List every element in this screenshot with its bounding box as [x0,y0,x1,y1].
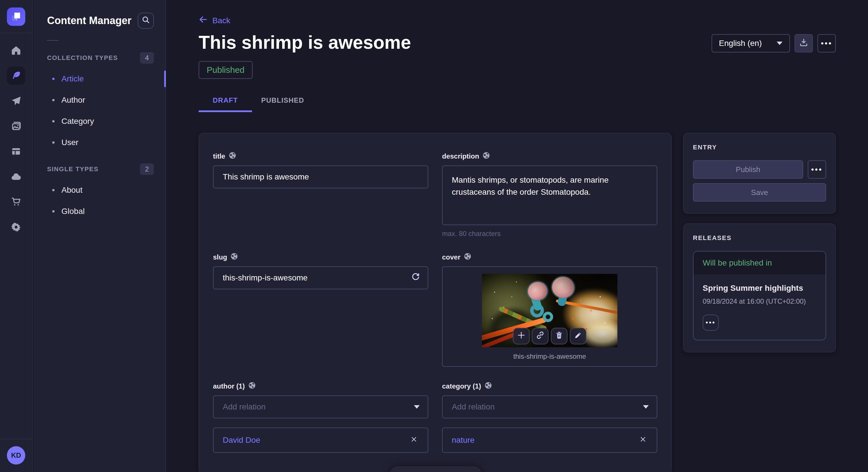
section-label: SINGLE TYPES [47,165,98,173]
cover-caption: this-shrimp-is-awesome [513,352,586,361]
chevron-down-icon [414,405,420,409]
back-link[interactable]: Back [198,15,230,26]
home-icon[interactable] [7,41,25,60]
field-description-label: description [442,152,479,160]
refresh-icon [411,272,420,283]
import-export-button[interactable] [795,34,813,53]
author-relation-link[interactable]: David Doe [223,436,260,445]
section-count-badge: 2 [140,164,154,175]
locale-select[interactable]: English (en) [712,34,790,53]
section-label: COLLECTION TYPES [47,54,118,62]
page-title: This shrimp is awesome [198,32,411,53]
back-label: Back [212,16,230,25]
description-textarea[interactable]: Mantis shrimps, or stomatopods, are mari… [442,165,657,225]
category-relation-link[interactable]: nature [452,436,474,445]
releases-panel: RELEASES Will be published in Spring Sum… [683,224,836,352]
strapi-logo-icon [7,7,25,26]
copy-link-button[interactable] [532,328,549,344]
strapi-admin-app: KD Content Manager COLLECTION TYPES 4 Ar… [0,0,868,472]
side-panels: ENTRY Publish ••• Save RELEASES Will be … [683,133,836,352]
bullet-icon [52,120,55,123]
remove-category-button[interactable] [637,434,649,446]
marketplace-cart-icon[interactable] [7,193,25,211]
save-button[interactable]: Save [693,183,826,202]
close-icon [640,436,646,445]
author-relation-select[interactable]: Add relation [213,396,428,418]
globe-icon [248,382,256,391]
bullet-icon [52,141,55,144]
more-actions-button[interactable]: ••• [817,34,836,53]
status-badge: Published [198,61,253,79]
bullet-icon [52,189,55,191]
add-media-button[interactable] [513,328,530,344]
rail-bottom: KD [0,439,32,472]
search-icon [142,15,150,26]
scroll-more-button[interactable] [390,466,482,472]
release-status-header: Will be published in [693,251,826,274]
rail-nav-items [7,41,25,236]
release-name: Spring Summer highlights [703,283,816,293]
locale-select-value: English (en) [719,39,762,48]
globe-icon [483,152,490,161]
search-button[interactable] [138,12,154,29]
description-hint: max. 80 characters [442,230,657,238]
category-relation-item: nature [442,428,657,453]
author-select-placeholder: Add relation [223,402,266,411]
media-library-icon[interactable] [7,117,25,135]
tab-published[interactable]: PUBLISHED [252,90,313,112]
release-card: Will be published in Spring Summer highl… [693,251,826,340]
content-manager-icon[interactable] [7,67,25,85]
sidebar-header: Content Manager [33,0,165,29]
category-select-placeholder: Add relation [452,402,495,411]
entry-more-button[interactable]: ••• [808,160,826,179]
remove-author-button[interactable] [408,434,420,446]
title-input[interactable] [213,165,428,189]
section-single-types: SINGLE TYPES 2 [33,158,165,179]
chevron-down-icon [643,405,649,409]
cover-image [482,274,617,347]
globe-icon [230,252,238,262]
globe-icon [229,152,236,161]
bullet-icon [52,210,55,212]
sidebar-item-article[interactable]: Article [33,68,165,90]
slug-input[interactable] [213,266,428,289]
release-body: Spring Summer highlights 09/18/2024 at 1… [693,274,826,340]
sidebar-item-user[interactable]: User [33,132,165,153]
pencil-icon [574,331,582,341]
content-manager-sidebar: Content Manager COLLECTION TYPES 4 Artic… [33,0,166,472]
sidebar-item-about[interactable]: About [33,179,165,201]
entry-form-card: title description [198,133,672,472]
ellipsis-icon: ••• [821,39,832,48]
user-avatar[interactable]: KD [7,446,25,465]
regenerate-slug-button[interactable] [409,271,423,285]
tab-draft[interactable]: DRAFT [198,90,252,112]
author-relation-item: David Doe [213,428,428,453]
sidebar-item-category[interactable]: Category [33,111,165,132]
cover-media-box: this-shrimp-is-awesome [442,266,657,367]
sidebar-item-label: Article [61,74,84,83]
settings-gear-icon[interactable] [7,218,25,236]
field-description: description Mantis shrimps, or stomatopo… [442,152,657,238]
main-nav-rail: KD [0,0,33,472]
sidebar-item-global[interactable]: Global [33,201,165,222]
delete-media-button[interactable] [551,328,567,344]
field-category-label: category (1) [442,382,481,390]
sidebar-divider [47,40,59,41]
deploy-cloud-icon[interactable] [7,167,25,186]
field-slug-label: slug [213,253,227,261]
ellipsis-icon: ••• [811,165,823,174]
field-cover: cover [442,252,657,367]
release-date: 09/18/2024 at 16:00 (UTC+02:00) [703,297,816,305]
publish-button[interactable]: Publish [693,160,803,179]
globe-icon [464,252,471,262]
releases-panel-title: RELEASES [693,234,826,242]
content-type-builder-icon[interactable] [7,142,25,161]
field-author-label: author (1) [213,382,245,390]
sidebar-item-author[interactable]: Author [33,90,165,111]
rail-divider [0,439,32,439]
sidebar-item-label: Global [61,207,85,216]
edit-media-button[interactable] [570,328,586,344]
releases-icon[interactable] [7,92,25,110]
category-relation-select[interactable]: Add relation [442,396,657,418]
release-more-button[interactable]: ••• [703,314,719,331]
